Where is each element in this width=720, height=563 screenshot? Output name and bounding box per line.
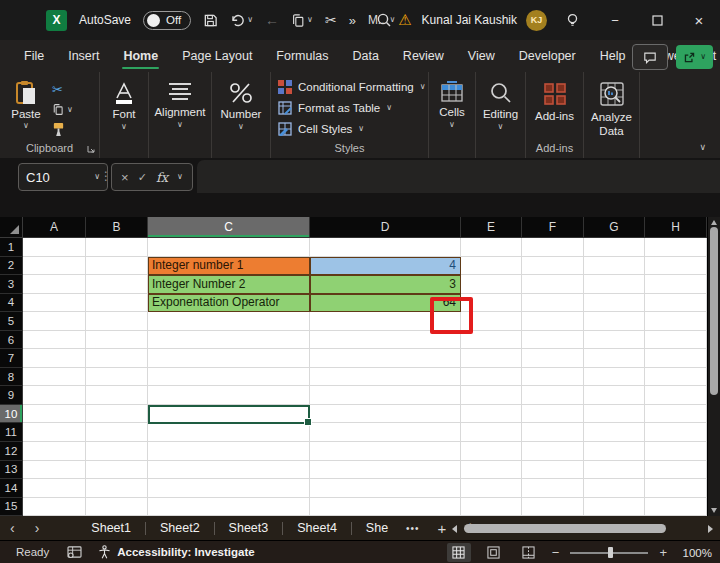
cell-E1[interactable] (461, 238, 522, 257)
cell-A2[interactable] (23, 257, 86, 276)
cell-F7[interactable] (522, 349, 584, 368)
cancel-formula-icon[interactable]: × (121, 170, 129, 185)
column-header-A[interactable]: A (23, 217, 86, 238)
cell-C3[interactable]: Integer Number 2 (148, 275, 310, 294)
row-header-15[interactable]: 15 (0, 498, 23, 516)
cell-E2[interactable] (461, 257, 522, 276)
row-header-3[interactable]: 3 (0, 275, 23, 294)
cell-D10[interactable] (310, 405, 461, 424)
cells-button[interactable]: Cells ∨ (429, 72, 475, 129)
analyze-data-button[interactable]: Analyze Data (584, 72, 639, 139)
page-break-view-button[interactable] (517, 543, 541, 562)
autosave-toggle[interactable]: Off (143, 11, 191, 30)
cell-E10[interactable] (461, 405, 522, 424)
insert-function-icon[interactable]: fx (156, 170, 168, 185)
column-header-G[interactable]: G (584, 217, 645, 238)
row-header-9[interactable]: 9 (0, 386, 23, 405)
editing-dropdown-icon[interactable]: ∨ (498, 123, 504, 131)
cell-G4[interactable] (584, 294, 645, 313)
cut-button[interactable]: ✂ (52, 82, 73, 97)
cell-H10[interactable] (645, 405, 707, 424)
share-button[interactable]: ∨ (676, 45, 713, 69)
vertical-scroll-thumb[interactable] (710, 227, 718, 395)
cell-A4[interactable] (23, 294, 86, 313)
copy-icon[interactable]: ∨ (291, 13, 313, 28)
cell-B8[interactable] (86, 368, 148, 387)
column-header-H[interactable]: H (645, 217, 707, 238)
accessibility-icon[interactable] (98, 545, 111, 559)
cells-dropdown-icon[interactable]: ∨ (449, 121, 455, 129)
cell-G8[interactable] (584, 368, 645, 387)
avatar[interactable]: KJ (526, 10, 547, 31)
cell-G6[interactable] (584, 331, 645, 350)
cell-G10[interactable] (584, 405, 645, 424)
cell-H12[interactable] (645, 442, 707, 461)
cell-H4[interactable] (645, 294, 707, 313)
cell-D3[interactable]: 3 (310, 275, 461, 294)
cell-F4[interactable] (522, 294, 584, 313)
row-header-14[interactable]: 14 (0, 479, 23, 498)
cell-A7[interactable] (23, 349, 86, 368)
cell-A12[interactable] (23, 442, 86, 461)
more-commands-overflow-icon[interactable]: » (349, 13, 356, 28)
cell-G5[interactable] (584, 312, 645, 331)
cell-H13[interactable] (645, 461, 707, 480)
column-header-D[interactable]: D (310, 217, 461, 238)
horizontal-scroll-thumb[interactable] (464, 524, 666, 533)
user-name[interactable]: Kunal Jai Kaushik (422, 13, 517, 27)
cell-A5[interactable] (23, 312, 86, 331)
cell-H7[interactable] (645, 349, 707, 368)
cell-H11[interactable] (645, 423, 707, 442)
cell-C1[interactable] (148, 238, 310, 257)
row-header-10[interactable]: 10 (0, 405, 23, 424)
row-header-12[interactable]: 12 (0, 442, 23, 461)
format-as-table-button[interactable]: Format as Table ∨ (271, 97, 428, 118)
save-icon[interactable] (203, 13, 218, 28)
cell-H2[interactable] (645, 257, 707, 276)
normal-view-button[interactable] (447, 543, 471, 562)
maximize-button[interactable] (636, 0, 678, 40)
row-header-2[interactable]: 2 (0, 257, 23, 276)
menu-tab-developer[interactable]: Developer (507, 40, 588, 72)
cell-G12[interactable] (584, 442, 645, 461)
select-all-corner[interactable] (0, 217, 23, 238)
conditional-formatting-button[interactable]: Conditional Formatting ∨ (271, 76, 428, 97)
cell-C5[interactable] (148, 312, 310, 331)
cell-F3[interactable] (522, 275, 584, 294)
zoom-slider[interactable] (570, 552, 648, 554)
cell-G3[interactable] (584, 275, 645, 294)
column-header-E[interactable]: E (461, 217, 522, 238)
scroll-left-icon[interactable] (452, 525, 457, 533)
cell-H3[interactable] (645, 275, 707, 294)
cell-H14[interactable] (645, 479, 707, 498)
paste-dropdown-icon[interactable]: ∨ (23, 122, 29, 130)
addins-button[interactable]: Add-ins (526, 72, 583, 122)
cell-C13[interactable] (148, 461, 310, 480)
column-header-F[interactable]: F (522, 217, 584, 238)
cell-B7[interactable] (86, 349, 148, 368)
cell-B14[interactable] (86, 479, 148, 498)
zoom-out-button[interactable]: − (552, 545, 560, 560)
enter-formula-icon[interactable]: ✓ (138, 171, 147, 184)
menu-tab-file[interactable]: File (12, 40, 56, 72)
cell-styles-button[interactable]: Cell Styles ∨ (271, 118, 428, 139)
cell-E12[interactable] (461, 442, 522, 461)
copy-dropdown-icon[interactable]: ∨ (307, 16, 313, 24)
cell-G2[interactable] (584, 257, 645, 276)
close-button[interactable]: × (678, 0, 720, 40)
warning-icon[interactable]: ⚠ (398, 11, 411, 29)
cell-H15[interactable] (645, 498, 707, 516)
cell-C4[interactable]: Exponentation Operator (148, 294, 310, 313)
cell-H1[interactable] (645, 238, 707, 257)
cell-B13[interactable] (86, 461, 148, 480)
menu-tab-formulas[interactable]: Formulas (264, 40, 340, 72)
number-button[interactable]: Number ∨ (212, 72, 270, 131)
scroll-right-icon[interactable] (708, 525, 713, 533)
row-header-6[interactable]: 6 (0, 331, 23, 350)
cell-B1[interactable] (86, 238, 148, 257)
zoom-in-button[interactable]: + (659, 545, 667, 560)
cell-D11[interactable] (310, 423, 461, 442)
cell-H9[interactable] (645, 386, 707, 405)
cell-D7[interactable] (310, 349, 461, 368)
new-sheet-button[interactable]: + (438, 520, 447, 537)
